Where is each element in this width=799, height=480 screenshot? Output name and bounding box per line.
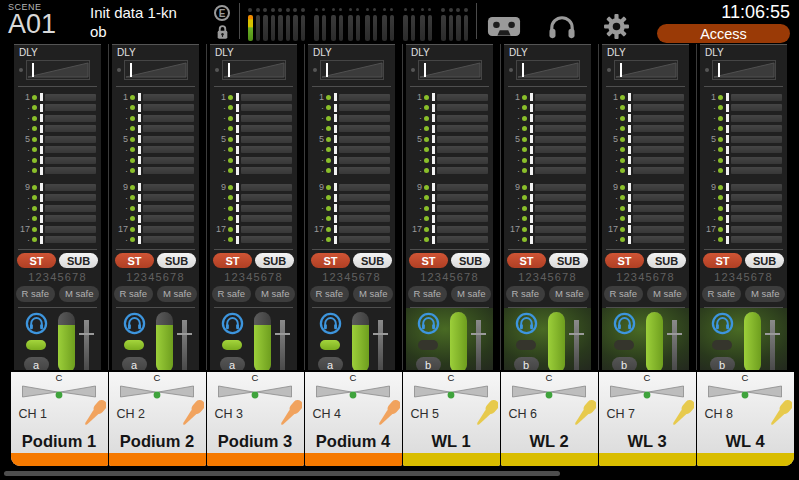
mute-safe-button[interactable]: M safe [451,286,492,302]
channel-name-block[interactable]: C CH 5 WL 1 [403,372,500,466]
st-bus-button[interactable]: ST [703,253,742,268]
mute-safe-button[interactable]: M safe [59,286,100,302]
send-row[interactable]: 9 [114,182,194,193]
send-row[interactable]: · [408,113,488,124]
input-ab-button[interactable]: b [514,357,539,370]
send-row[interactable]: · [310,235,390,246]
send-row[interactable]: · [212,203,292,214]
input-ab-button[interactable]: a [122,357,147,370]
send-row[interactable]: · [702,155,782,166]
send-row[interactable]: 1 [408,92,488,103]
mute-safe-button[interactable]: M safe [255,286,296,302]
send-row[interactable]: · [408,124,488,135]
cue-headphone-icon[interactable] [613,312,636,335]
send-row[interactable]: · [604,203,684,214]
send-row[interactable]: · [408,193,488,204]
send-row[interactable]: 1 [604,92,684,103]
send-row[interactable]: · [310,193,390,204]
channel-name-block[interactable]: C CH 8 WL 4 [697,372,794,466]
cue-headphone-icon[interactable] [319,312,342,335]
st-bus-button[interactable]: ST [605,253,644,268]
sub-bus-button[interactable]: SUB [255,253,294,268]
send-row[interactable]: 5 [408,134,488,145]
sub-bus-button[interactable]: SUB [353,253,392,268]
send-row[interactable]: 9 [506,182,586,193]
fader[interactable] [58,312,75,370]
send-row[interactable]: · [408,145,488,156]
send-row[interactable]: 9 [16,182,96,193]
send-row[interactable]: · [702,193,782,204]
send-row[interactable]: · [506,145,586,156]
send-row[interactable]: · [408,155,488,166]
send-row[interactable]: · [604,214,684,225]
fader[interactable] [352,312,369,370]
send-row[interactable]: · [212,145,292,156]
recall-safe-button[interactable]: R safe [408,286,447,302]
mute-safe-button[interactable]: M safe [647,286,688,302]
send-row[interactable]: · [310,166,390,177]
send-row[interactable]: · [604,166,684,177]
access-button[interactable]: Access [657,24,790,43]
send-row[interactable]: 1 [310,92,390,103]
send-row[interactable]: · [212,193,292,204]
cue-headphone-icon[interactable] [417,312,440,335]
send-row[interactable]: · [408,203,488,214]
recall-safe-button[interactable]: R safe [310,286,349,302]
send-row[interactable]: 5 [16,134,96,145]
send-row[interactable]: · [702,103,782,114]
recorder-icon[interactable] [487,15,521,38]
send-row[interactable]: · [16,166,96,177]
send-row[interactable]: · [604,113,684,124]
fader[interactable] [450,312,467,370]
send-row[interactable]: · [114,124,194,135]
send-row[interactable]: · [16,235,96,246]
send-row[interactable]: · [212,113,292,124]
channel-on-button[interactable] [516,340,536,350]
send-row[interactable]: · [114,203,194,214]
send-row[interactable]: · [212,235,292,246]
send-row[interactable]: · [604,124,684,135]
send-row[interactable]: · [114,214,194,225]
send-row[interactable]: · [16,203,96,214]
send-row[interactable]: · [702,124,782,135]
send-row[interactable]: 17 [212,224,292,235]
channel-name-block[interactable]: C CH 4 Podium 4 [305,372,402,466]
send-row[interactable]: · [16,145,96,156]
channel-on-button[interactable] [222,340,242,350]
send-row[interactable]: · [408,166,488,177]
send-row[interactable]: · [408,235,488,246]
send-row[interactable]: · [702,203,782,214]
fader[interactable] [156,312,173,370]
send-row[interactable]: · [16,193,96,204]
input-ab-button[interactable]: a [24,357,49,370]
send-row[interactable]: · [702,235,782,246]
scene-button[interactable]: SCENE A01 [8,2,80,38]
send-row[interactable]: · [408,214,488,225]
send-row[interactable]: · [506,103,586,114]
send-row[interactable]: · [506,113,586,124]
send-row[interactable]: · [702,145,782,156]
delay-display[interactable] [418,60,482,80]
delay-display[interactable] [222,60,286,80]
send-row[interactable]: · [114,193,194,204]
send-row[interactable]: 1 [702,92,782,103]
mute-safe-button[interactable]: M safe [353,286,394,302]
channel-name-block[interactable]: C CH 3 Podium 3 [207,372,304,466]
send-row[interactable]: 1 [506,92,586,103]
send-row[interactable]: · [114,166,194,177]
send-row[interactable]: 1 [212,92,292,103]
mute-safe-button[interactable]: M safe [549,286,590,302]
send-row[interactable]: · [212,214,292,225]
send-row[interactable]: · [604,145,684,156]
fader[interactable] [254,312,271,370]
channel-on-button[interactable] [124,340,144,350]
send-row[interactable]: · [604,103,684,114]
channel-name-block[interactable]: C CH 6 WL 2 [501,372,598,466]
delay-display[interactable] [320,60,384,80]
send-row[interactable]: 17 [114,224,194,235]
send-row[interactable]: 17 [310,224,390,235]
send-row[interactable]: · [114,103,194,114]
input-ab-button[interactable]: b [612,357,637,370]
send-row[interactable]: 1 [114,92,194,103]
fader[interactable] [646,312,663,370]
